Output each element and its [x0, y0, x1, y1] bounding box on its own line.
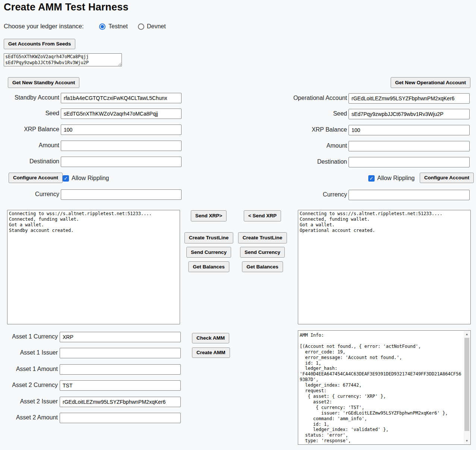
ledger-instance-label: Choose your ledger instance:: [4, 23, 84, 30]
operational-seed-label: Seed: [224, 110, 347, 117]
asset1-amount-label: Asset 1 Amount: [0, 366, 58, 372]
page-title: Create AMM Test Harness: [4, 1, 129, 13]
asset2-currency-input[interactable]: [60, 380, 181, 391]
operational-currency-input[interactable]: [349, 190, 470, 200]
scroll-down-arrow-icon[interactable]: ▼: [464, 438, 470, 444]
asset1-issuer-input[interactable]: [60, 348, 181, 358]
get-new-operational-account-button[interactable]: Get New Operational Account: [391, 77, 470, 88]
standby-allow-rippling-checkbox[interactable]: ✓: [63, 175, 69, 182]
scroll-up-arrow-icon[interactable]: ▲: [464, 331, 470, 337]
asset1-currency-label: Asset 1 Currency: [0, 333, 58, 340]
operational-xrp-balance-label: XRP Balance: [224, 126, 347, 133]
asset1-issuer-label: Asset 1 Issuer: [0, 349, 58, 356]
asset1-currency-input[interactable]: [60, 332, 181, 342]
send-xrp-to-operational-button[interactable]: Send XRP>: [191, 210, 227, 221]
asset2-issuer-input[interactable]: [60, 397, 181, 407]
standby-send-currency-button[interactable]: Send Currency: [186, 247, 231, 258]
standby-account-label: Standby Account: [0, 94, 59, 101]
operational-destination-label: Destination: [224, 158, 347, 165]
seeds-textarea-wrap: sEdTG5nXThKWZoV2aqrh47oMCa8Pqjj sEd7Pqy9…: [4, 53, 122, 66]
standby-destination-label: Destination: [0, 158, 59, 165]
standby-allow-rippling-label: Allow Rippling: [72, 175, 109, 182]
create-amm-button[interactable]: Create AMM: [192, 347, 230, 358]
amm-info-text: AMM Info: [(Account not found., { error:…: [300, 333, 463, 444]
operational-account-label: Operational Account: [224, 95, 347, 101]
amm-info-panel[interactable]: AMM Info: [(Account not found., { error:…: [298, 330, 471, 445]
asset2-issuer-label: Asset 2 Issuer: [0, 398, 58, 405]
testnet-radio[interactable]: [99, 23, 105, 30]
standby-seed-label: Seed: [0, 110, 59, 117]
standby-xrp-balance-input[interactable]: [61, 125, 182, 135]
standby-xrp-balance-label: XRP Balance: [0, 126, 59, 133]
standby-get-balances-button[interactable]: Get Balances: [188, 261, 229, 272]
standby-currency-input[interactable]: [61, 189, 182, 200]
operational-send-currency-button[interactable]: Send Currency: [240, 247, 285, 258]
operational-seed-input[interactable]: [349, 109, 470, 119]
amm-test-harness-page: Create AMM Test Harness Choose your ledg…: [0, 0, 476, 450]
send-xrp-to-standby-button[interactable]: < Send XRP: [244, 210, 281, 221]
testnet-radio-label[interactable]: Testnet: [108, 23, 128, 30]
operational-allow-rippling-checkbox[interactable]: ✓: [368, 175, 375, 182]
operational-create-trustline-button[interactable]: Create TrustLine: [238, 232, 287, 243]
standby-account-input[interactable]: [61, 93, 182, 103]
standby-amount-label: Amount: [0, 142, 59, 149]
amm-info-scrollbar[interactable]: ▲ ▼: [464, 331, 470, 444]
get-accounts-from-seeds-button[interactable]: Get Accounts From Seeds: [4, 39, 75, 49]
operational-xrp-balance-input[interactable]: [349, 125, 470, 135]
asset2-amount-input[interactable]: [60, 413, 181, 423]
standby-seed-input[interactable]: [61, 108, 182, 119]
operational-currency-label: Currency: [224, 191, 347, 198]
devnet-radio-label[interactable]: Devnet: [147, 23, 166, 30]
operational-destination-input[interactable]: [349, 157, 470, 167]
standby-create-trustline-button[interactable]: Create TrustLine: [185, 232, 233, 243]
asset2-currency-label: Asset 2 Currency: [0, 382, 58, 388]
operational-amount-label: Amount: [224, 142, 347, 149]
standby-result-log[interactable]: Connecting to wss://s.altnet.rippletest.…: [7, 210, 180, 324]
scrollbar-thumb[interactable]: [464, 338, 469, 431]
operational-get-balances-button[interactable]: Get Balances: [242, 261, 283, 272]
get-new-standby-account-button[interactable]: Get New Standby Account: [8, 77, 79, 88]
operational-account-input[interactable]: [349, 93, 470, 104]
asset2-amount-label: Asset 2 Amount: [0, 414, 58, 421]
standby-currency-label: Currency: [0, 191, 59, 198]
operational-amount-input[interactable]: [349, 141, 470, 151]
seeds-textarea[interactable]: sEdTG5nXThKWZoV2aqrh47oMCa8Pqjj sEd7Pqy9…: [4, 53, 122, 66]
standby-amount-input[interactable]: [61, 141, 182, 151]
check-amm-button[interactable]: Check AMM: [192, 333, 229, 343]
operational-result-log[interactable]: Connecting to wss://s.altnet.rippletest.…: [298, 210, 471, 324]
standby-destination-input[interactable]: [61, 157, 182, 167]
devnet-radio[interactable]: [138, 23, 144, 30]
operational-allow-rippling-label: Allow Rippling: [377, 175, 415, 182]
operational-configure-account-button[interactable]: Configure Account: [420, 173, 474, 183]
standby-configure-account-button[interactable]: Configure Account: [9, 173, 63, 183]
asset1-amount-input[interactable]: [60, 364, 181, 375]
